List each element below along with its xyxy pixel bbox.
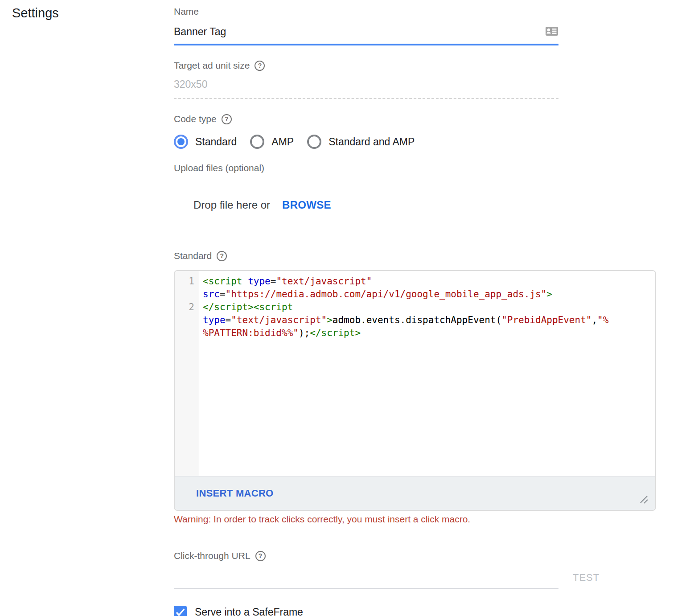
code-editor-footer: INSERT MACRO bbox=[175, 476, 655, 510]
help-icon[interactable]: ? bbox=[217, 251, 227, 261]
resize-handle-icon[interactable] bbox=[638, 494, 649, 506]
radio-amp[interactable] bbox=[250, 135, 264, 149]
name-field[interactable]: Banner Tag bbox=[174, 26, 558, 45]
code-type-radio-group: Standard AMP Standard and AMP bbox=[174, 134, 698, 149]
file-dropzone[interactable]: Drop file here or BROWSE bbox=[174, 199, 698, 211]
insert-macro-button[interactable]: INSERT MACRO bbox=[196, 488, 274, 499]
code-editor: 12 <script type="text/javascript"src="ht… bbox=[174, 270, 656, 511]
page-title: Settings bbox=[12, 6, 59, 21]
safeframe-label[interactable]: Serve into a SafeFrame bbox=[195, 606, 303, 616]
safeframe-checkbox[interactable] bbox=[174, 606, 187, 616]
upload-files-label: Upload files (optional) bbox=[174, 163, 698, 173]
browse-button[interactable]: BROWSE bbox=[282, 199, 331, 211]
help-icon[interactable]: ? bbox=[255, 61, 265, 71]
standard-code-label: Standard bbox=[174, 251, 212, 261]
settings-form: Name Banner Tag Target ad unit size ? 32… bbox=[174, 0, 698, 616]
radio-amp-label[interactable]: AMP bbox=[271, 136, 294, 148]
click-through-url-input[interactable] bbox=[174, 562, 558, 589]
code-type-label: Code type bbox=[174, 114, 217, 124]
code-editor-area[interactable]: 12 <script type="text/javascript"src="ht… bbox=[175, 271, 655, 476]
radio-standard-label[interactable]: Standard bbox=[195, 136, 237, 148]
code-editor-gutter: 12 bbox=[175, 271, 199, 476]
click-macro-warning: Warning: In order to track clicks correc… bbox=[174, 514, 698, 525]
name-input[interactable]: Banner Tag bbox=[174, 26, 226, 38]
target-ad-unit-size-value: 320x50 bbox=[174, 78, 207, 90]
help-icon[interactable]: ? bbox=[222, 114, 232, 124]
name-label: Name bbox=[174, 6, 698, 17]
target-ad-unit-size-label: Target ad unit size bbox=[174, 60, 250, 71]
click-through-url-label: Click-through URL bbox=[174, 550, 250, 561]
click-through-url-row: TEST bbox=[174, 561, 698, 589]
safeframe-row: Serve into a SafeFrame bbox=[174, 606, 698, 616]
test-button[interactable]: TEST bbox=[573, 572, 599, 583]
creative-settings-page: Settings Name Banner Tag Target ad unit … bbox=[0, 0, 698, 616]
radio-standard-and-amp[interactable] bbox=[307, 135, 321, 149]
help-icon[interactable]: ? bbox=[255, 551, 266, 561]
contact-card-icon bbox=[545, 26, 558, 38]
radio-standard-and-amp-label[interactable]: Standard and AMP bbox=[328, 136, 415, 148]
drop-file-text: Drop file here or bbox=[193, 199, 270, 211]
radio-standard[interactable] bbox=[174, 135, 188, 149]
code-editor-content[interactable]: <script type="text/javascript"src="https… bbox=[199, 271, 655, 476]
target-ad-unit-size-field: 320x50 bbox=[174, 78, 558, 99]
